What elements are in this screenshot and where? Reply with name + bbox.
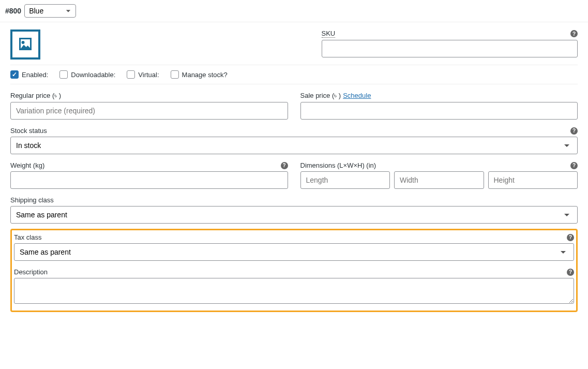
- downloadable-checkbox[interactable]: [59, 70, 68, 79]
- sku-input[interactable]: [322, 40, 578, 57]
- help-icon[interactable]: ?: [281, 162, 288, 169]
- manage-stock-label: Manage stock?: [182, 71, 228, 79]
- height-input[interactable]: [488, 171, 578, 189]
- help-icon[interactable]: ?: [570, 162, 578, 169]
- help-icon[interactable]: ?: [570, 127, 578, 135]
- stock-status-select[interactable]: In stock: [10, 137, 578, 154]
- variation-image-upload[interactable]: [10, 29, 40, 60]
- shipping-class-label: Shipping class: [10, 196, 54, 204]
- enabled-label: Enabled:: [22, 71, 48, 79]
- variation-header: #800 Blue: [0, 0, 588, 22]
- enabled-checkbox[interactable]: [10, 70, 19, 79]
- help-icon[interactable]: ?: [570, 30, 578, 37]
- variation-id: #800: [5, 7, 21, 15]
- virtual-checkbox[interactable]: [127, 70, 135, 79]
- manage-stock-checkbox[interactable]: [171, 70, 179, 79]
- help-icon[interactable]: ?: [567, 269, 574, 276]
- tax-class-label: Tax class: [14, 233, 41, 241]
- sku-label: SKU: [322, 29, 336, 38]
- tax-class-select[interactable]: Same as parent: [14, 243, 574, 261]
- help-icon[interactable]: ?: [567, 234, 574, 241]
- image-placeholder-icon: [16, 35, 35, 55]
- sale-price-input[interactable]: [300, 102, 578, 120]
- length-input[interactable]: [300, 171, 390, 189]
- regular-price-input[interactable]: [10, 102, 288, 120]
- dimensions-label: Dimensions (L×W×H) (in): [300, 161, 376, 169]
- virtual-label: Virtual:: [138, 71, 159, 79]
- description-textarea[interactable]: [14, 278, 574, 304]
- options-row: Enabled: Downloadable: Virtual: Manage s…: [10, 65, 578, 84]
- description-label: Description: [14, 268, 48, 276]
- shipping-class-select[interactable]: Same as parent: [10, 206, 578, 224]
- stock-status-label: Stock status: [10, 127, 47, 135]
- sale-price-label: Sale price (৳ ): [300, 92, 341, 100]
- width-input[interactable]: [394, 171, 484, 189]
- downloadable-label: Downloadable:: [71, 71, 115, 79]
- regular-price-label: Regular price (৳ ): [10, 92, 61, 100]
- weight-label: Weight (kg): [10, 161, 44, 169]
- variation-body: SKU ? Enabled: Downloadable: Virtual: Ma…: [0, 22, 588, 322]
- weight-input[interactable]: [10, 171, 288, 189]
- schedule-link[interactable]: Schedule: [343, 92, 371, 99]
- attribute-select[interactable]: Blue: [24, 4, 76, 18]
- highlighted-section: Tax class ? Same as parent Description ?: [10, 229, 578, 312]
